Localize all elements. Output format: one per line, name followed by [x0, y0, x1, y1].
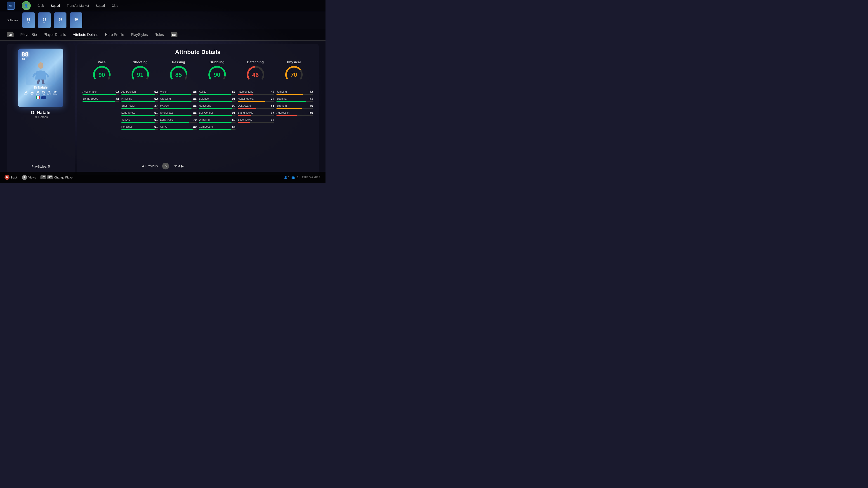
mini-card-rating-1: 89 — [27, 18, 31, 21]
attr-name-val: Long Shots 91 — [121, 111, 158, 115]
attr-value-label: 90 — [232, 104, 236, 107]
card-position: ST — [22, 58, 29, 60]
attr-bar — [121, 108, 158, 109]
attr-name-val: Sprint Speed 88 — [83, 97, 119, 101]
attr-row-aggression: Aggression 56 — [276, 111, 313, 116]
attr-value-label: 91 — [232, 97, 236, 101]
nav-transfer-market[interactable]: Transfer Market — [67, 4, 89, 7]
next-button[interactable]: Next ▶ — [174, 164, 184, 168]
top-nav: UT 👤 Club Squad Transfer Market Squad Cl… — [0, 0, 326, 11]
gauge-value-physical: 70 — [291, 71, 297, 78]
attr-value-label: 42 — [271, 90, 274, 94]
attr-value-label: 87 — [154, 104, 158, 107]
attr-name-label: FK Acc. — [160, 104, 169, 107]
attr-name-label: Strength — [276, 104, 287, 107]
attr-bar — [160, 94, 197, 95]
attr-name-val: Short Pass 86 — [160, 111, 197, 115]
attr-name-label: Dribbling — [199, 118, 210, 121]
left-panel: 88 ST Di Natale — [7, 44, 74, 175]
attr-row-curve: Curve 89 — [160, 125, 197, 130]
attr-column-passing-attrs: Vision 85 Crossing 86 FK Acc. 86 Short — [160, 90, 197, 130]
card-stat-phy: 70 PHY — [53, 90, 57, 95]
attr-value-label: 91 — [154, 111, 158, 115]
attr-name-label: Heading Acc. — [238, 97, 254, 100]
card-stat-pac-label: PAC — [24, 93, 28, 95]
attr-bar — [276, 115, 313, 116]
attr-value-label: 70 — [309, 104, 313, 107]
attr-row-stand-tackle: Stand Tackle 37 — [238, 111, 274, 116]
attr-bar — [276, 94, 313, 95]
tab-playstyles[interactable]: PlayStyles — [131, 32, 148, 38]
category-dribbling: Dribbling 90 — [208, 60, 227, 84]
attr-name-val: Composure 88 — [199, 125, 236, 129]
attr-value-label: 74 — [271, 97, 274, 101]
tab-player-details[interactable]: Player Details — [43, 32, 66, 38]
attr-bar — [121, 129, 158, 130]
card-stat-sho: 91 SHO — [30, 90, 34, 95]
card-name-overlay: Di Natale — [34, 86, 48, 89]
bottom-right: 👤 1 👥 10+ THEGAMER — [284, 176, 321, 179]
tab-attribute-details[interactable]: Attribute Details — [73, 32, 98, 38]
right-panel: Attribute Details Pace 90 Shooting — [77, 44, 319, 175]
bumper-right: RB — [170, 32, 178, 37]
attr-row-agility: Agility 87 — [199, 90, 236, 95]
attribute-details-title: Attribute Details — [83, 48, 313, 56]
next-label: Next — [174, 164, 180, 168]
views-label: Views — [28, 176, 36, 179]
attr-name-label: Aggression — [276, 111, 290, 114]
nav-squad[interactable]: Squad — [51, 4, 60, 7]
rt-button[interactable]: RT — [47, 175, 53, 180]
watermark: THEGAMER — [302, 176, 321, 179]
b-button[interactable]: B — [4, 175, 9, 180]
card-player-image — [26, 60, 55, 85]
back-label: Back — [11, 176, 18, 179]
attr-name-val: FK Acc. 86 — [160, 104, 197, 107]
nav-squad-tab[interactable]: Squad — [96, 4, 105, 7]
attr-value-label: 56 — [309, 111, 313, 115]
card-stat-pas: 85 PAS — [36, 90, 40, 95]
nav-club-tab[interactable]: Club — [112, 4, 118, 7]
attr-name-val: Curve 89 — [160, 125, 197, 129]
attr-name-label: Curve — [160, 125, 167, 128]
r-button[interactable]: R — [22, 175, 27, 180]
attr-bar — [199, 115, 236, 116]
mini-card-pos-2: ST — [43, 21, 46, 23]
attr-bar — [199, 129, 236, 130]
attr-row-def.-aware: Def. Aware 51 — [238, 104, 274, 109]
nav-circle: ⊙ — [162, 163, 169, 169]
attr-name-val: Long Pass 79 — [160, 118, 197, 122]
attr-name-label: Stamina — [276, 97, 286, 100]
tab-hero-profile[interactable]: Hero Profile — [105, 32, 124, 38]
attr-value-label: 87 — [232, 90, 236, 94]
attrs-grid: Acceleration 92 Sprint Speed 88 Att. Pos… — [83, 90, 313, 130]
attr-name-label: Jumping — [276, 90, 287, 93]
mini-card-pos-3: ST — [59, 21, 61, 23]
attr-row-fk-acc.: FK Acc. 86 — [160, 104, 197, 109]
attr-name-val: Shot Power 87 — [121, 104, 158, 107]
attr-bar — [238, 115, 274, 116]
attr-name-val: Reactions 90 — [199, 104, 236, 107]
tab-roles[interactable]: Roles — [155, 32, 164, 38]
attr-bar — [238, 122, 274, 123]
card-stat-pac: 90 PAC — [24, 90, 28, 95]
previous-button[interactable]: ◀ Previous — [142, 164, 158, 168]
attr-name-label: Balance — [199, 97, 209, 100]
attr-name-label: Agility — [199, 90, 206, 93]
attr-row-interceptions: Interceptions 42 — [238, 90, 274, 95]
attr-name-label: Att. Position — [121, 90, 136, 93]
card-stat-def-label: DEF — [47, 93, 51, 95]
nav-club[interactable]: Club — [37, 4, 44, 7]
card-rating: 88 — [22, 51, 29, 58]
attr-name-label: Long Pass — [160, 118, 173, 121]
attr-name-label: Vision — [160, 90, 167, 93]
previous-label: Previous — [145, 164, 158, 168]
attr-name-label: Short Pass — [160, 111, 174, 114]
tab-player-bio[interactable]: Player Bio — [20, 32, 37, 38]
lt-button[interactable]: LT — [40, 175, 46, 180]
attr-name-val: Stamina 81 — [276, 97, 313, 101]
attr-name-val: Penalties 91 — [121, 125, 158, 129]
attr-column-physical-attrs: Jumping 72 Stamina 81 Strength 70 Aggr — [276, 90, 313, 130]
attr-name-label: Slide Tackle — [238, 118, 252, 121]
gauge-value-dribbling: 90 — [214, 71, 220, 78]
attr-bar — [160, 129, 197, 130]
